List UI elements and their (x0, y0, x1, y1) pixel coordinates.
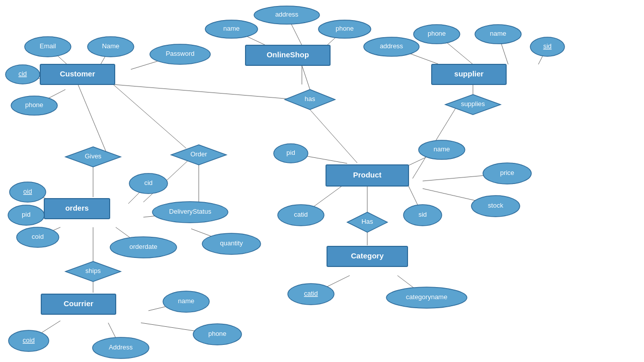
attr-address-courrier-label: Address (109, 343, 133, 351)
rel-ships-label: ships (86, 267, 101, 275)
attr-password-customer-label: Password (166, 50, 194, 57)
attr-catid-category-label: catid (304, 290, 317, 297)
attr-phone-supplier-label: phone (428, 30, 446, 37)
attr-sid-supplier-label: sid (543, 42, 552, 50)
attr-email-customer-label: Email (40, 42, 56, 50)
attr-pid-orders-label: pid (22, 211, 30, 218)
er-diagram: address name phone Email Name Password c… (0, 0, 644, 362)
svg-line-4 (302, 65, 310, 89)
attr-coid-courrier-label: coid (23, 336, 35, 344)
entity-onlineshop-label: OnlineShop (267, 50, 309, 59)
attr-address-supplier-label: address (380, 42, 404, 50)
rel-order-label: Order (190, 150, 207, 158)
attr-deliverystatus-orders-label: DeliveryStatus (169, 208, 211, 215)
attr-catid-product-label: catid (294, 211, 307, 218)
rel-supplies-label: supplies (461, 100, 485, 108)
attr-sid-product-label: sid (419, 211, 427, 218)
attr-name-customer-label: Name (102, 42, 120, 50)
entity-orders-label: orders (65, 204, 89, 212)
attr-phone-courrier-label: phone (208, 330, 226, 337)
attr-phone-customer-label: phone (25, 101, 43, 109)
attr-pid-product-label: pid (286, 149, 295, 156)
svg-line-18 (78, 84, 108, 157)
attr-stock-product-label: stock (488, 202, 504, 209)
rel-gives-label: Gives (85, 152, 102, 160)
attr-address-onlineshop-label: address (275, 11, 299, 18)
entity-category-label: Category (351, 251, 384, 260)
attr-name-onlineshop-label: name (223, 25, 240, 32)
entity-product-label: Product (353, 170, 382, 179)
svg-line-5 (113, 84, 297, 100)
entity-courrier-label: Courrier (63, 299, 93, 308)
attr-cid-customer-label: cid (19, 70, 27, 77)
attr-phone-onlineshop-label: phone (336, 25, 354, 32)
svg-line-20 (113, 84, 186, 148)
rel-has-label: has (305, 95, 315, 103)
attr-quantity-orders-label: quantity (220, 239, 243, 247)
rel-has-product-category-label: Has (361, 218, 373, 225)
attr-price-product-label: price (500, 169, 514, 176)
attr-name-courrier-label: name (178, 297, 195, 305)
attr-orderdate-orders-label: orderdate (129, 243, 157, 250)
svg-line-6 (310, 110, 357, 163)
attr-categoryname-category-label: categoryname (406, 293, 447, 301)
attr-name-product-label: name (434, 145, 450, 153)
entity-supplier-label: supplier (454, 69, 484, 78)
attr-oid-orders-label: oid (23, 188, 32, 195)
attr-name-supplier-label: name (490, 30, 507, 37)
entity-customer-label: Customer (60, 69, 95, 78)
attr-coid-orders-label: coid (32, 233, 44, 240)
attr-cid-orders-label: cid (144, 179, 153, 187)
